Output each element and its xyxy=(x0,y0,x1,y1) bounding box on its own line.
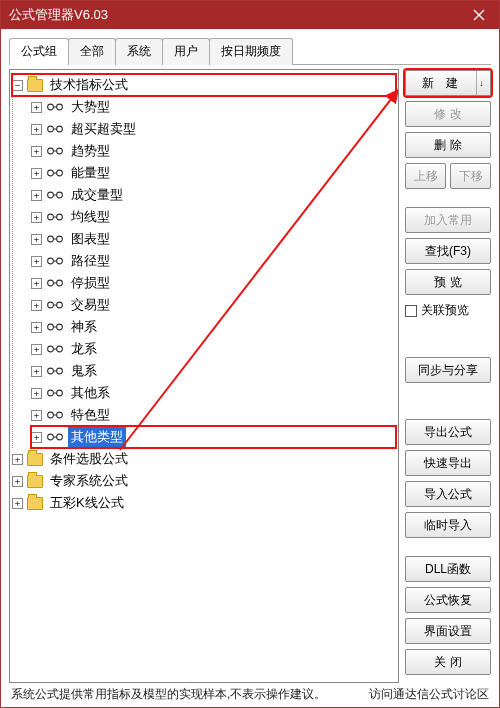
tab-user[interactable]: 用户 xyxy=(162,38,210,65)
folder-icon xyxy=(27,497,43,510)
svg-point-9 xyxy=(48,170,54,176)
tree-node-label: 停损型 xyxy=(68,273,113,293)
temp-import-button[interactable]: 临时导入 xyxy=(405,512,491,538)
tree-node[interactable]: +龙系 xyxy=(31,338,396,360)
tree-node-label: 特色型 xyxy=(68,405,113,425)
expand-icon[interactable]: + xyxy=(31,278,42,289)
expand-icon[interactable]: + xyxy=(31,256,42,267)
restore-button[interactable]: 公式恢复 xyxy=(405,587,491,613)
svg-point-22 xyxy=(57,258,63,264)
collapse-icon[interactable]: − xyxy=(12,80,23,91)
expand-icon[interactable]: + xyxy=(31,212,42,223)
tree-node[interactable]: +超买超卖型 xyxy=(31,118,396,140)
expand-icon[interactable]: + xyxy=(31,124,42,135)
add-favorite-button[interactable]: 加入常用 xyxy=(405,207,491,233)
tree-root-technical[interactable]: − 技术指标公式 xyxy=(12,74,396,96)
glasses-icon xyxy=(46,344,64,354)
ui-settings-button[interactable]: 界面设置 xyxy=(405,618,491,644)
tab-date-freq[interactable]: 按日期频度 xyxy=(209,38,293,65)
preview-button[interactable]: 预 览 xyxy=(405,269,491,295)
tree-node[interactable]: +其他系 xyxy=(31,382,396,404)
import-button[interactable]: 导入公式 xyxy=(405,481,491,507)
tree-node[interactable]: +鬼系 xyxy=(31,360,396,382)
svg-point-10 xyxy=(57,170,63,176)
glasses-icon xyxy=(46,190,64,200)
quick-export-button[interactable]: 快速导出 xyxy=(405,450,491,476)
expand-icon[interactable]: + xyxy=(31,366,42,377)
move-down-button[interactable]: 下移 xyxy=(450,163,491,189)
tree-node-label: 均线型 xyxy=(68,207,113,227)
modify-button[interactable]: 修 改 xyxy=(405,101,491,127)
svg-point-33 xyxy=(48,346,54,352)
tree-node[interactable]: +神系 xyxy=(31,316,396,338)
formula-tree[interactable]: − 技术指标公式 +大势型+超买超卖型+趋势型+能量型+成交量型+均线型+图表型… xyxy=(9,69,399,683)
export-button[interactable]: 导出公式 xyxy=(405,419,491,445)
dll-button[interactable]: DLL函数 xyxy=(405,556,491,582)
expand-icon[interactable]: + xyxy=(31,168,42,179)
main-area: − 技术指标公式 +大势型+超买超卖型+趋势型+能量型+成交量型+均线型+图表型… xyxy=(9,69,491,683)
delete-button[interactable]: 删 除 xyxy=(405,132,491,158)
expand-icon[interactable]: + xyxy=(31,102,42,113)
expand-icon[interactable]: + xyxy=(31,344,42,355)
link-preview-label: 关联预览 xyxy=(421,302,469,319)
folder-icon xyxy=(27,453,43,466)
tree-sibling[interactable]: +条件选股公式 xyxy=(12,448,396,470)
tree-sibling[interactable]: +五彩K线公式 xyxy=(12,492,396,514)
tree-node[interactable]: +交易型 xyxy=(31,294,396,316)
tree-node-label: 路径型 xyxy=(68,251,113,271)
close-button[interactable]: 关 闭 xyxy=(405,649,491,675)
new-button[interactable]: 新 建 ↓ xyxy=(405,70,491,96)
expand-icon[interactable]: + xyxy=(12,476,23,487)
glasses-icon xyxy=(46,410,64,420)
tree-node-label: 大势型 xyxy=(68,97,113,117)
expand-icon[interactable]: + xyxy=(12,498,23,509)
tree-node[interactable]: +能量型 xyxy=(31,162,396,184)
expand-icon[interactable]: + xyxy=(31,300,42,311)
tree-node[interactable]: +趋势型 xyxy=(31,140,396,162)
expand-icon[interactable]: + xyxy=(31,432,42,443)
tree-node[interactable]: +停损型 xyxy=(31,272,396,294)
tree-node[interactable]: +均线型 xyxy=(31,206,396,228)
expand-icon[interactable]: + xyxy=(31,190,42,201)
svg-point-0 xyxy=(48,104,54,110)
tree-node[interactable]: +大势型 xyxy=(31,96,396,118)
find-button[interactable]: 查找(F3) xyxy=(405,238,491,264)
expand-icon[interactable]: + xyxy=(31,388,42,399)
glasses-icon xyxy=(46,278,64,288)
expand-icon[interactable]: + xyxy=(31,410,42,421)
status-bar: 系统公式提供常用指标及模型的实现样本,不表示操作建议。 访问通达信公式讨论区 xyxy=(9,683,491,705)
glasses-icon xyxy=(46,146,64,156)
glasses-icon xyxy=(46,322,64,332)
tree-node-label: 超买超卖型 xyxy=(68,119,139,139)
link-preview-checkbox[interactable]: 关联预览 xyxy=(405,300,491,321)
close-icon[interactable] xyxy=(459,1,499,29)
svg-point-36 xyxy=(48,368,54,374)
tree-node[interactable]: +图表型 xyxy=(31,228,396,250)
tree-node[interactable]: +特色型 xyxy=(31,404,396,426)
dropdown-arrow-icon[interactable]: ↓ xyxy=(476,71,486,95)
glasses-icon xyxy=(46,234,64,244)
tree-node[interactable]: +其他类型 xyxy=(31,426,396,448)
tab-system[interactable]: 系统 xyxy=(115,38,163,65)
expand-icon[interactable]: + xyxy=(12,454,23,465)
tree-node[interactable]: +路径型 xyxy=(31,250,396,272)
svg-point-1 xyxy=(57,104,63,110)
expand-icon[interactable]: + xyxy=(31,146,42,157)
tab-all[interactable]: 全部 xyxy=(68,38,116,65)
expand-icon[interactable]: + xyxy=(31,322,42,333)
move-up-button[interactable]: 上移 xyxy=(405,163,446,189)
tree-node[interactable]: +成交量型 xyxy=(31,184,396,206)
glasses-icon xyxy=(46,102,64,112)
folder-icon xyxy=(27,475,43,488)
tree-sibling[interactable]: +专家系统公式 xyxy=(12,470,396,492)
tab-formula-group[interactable]: 公式组 xyxy=(9,38,69,65)
status-link-right[interactable]: 访问通达信公式讨论区 xyxy=(369,686,489,703)
tree-node-label: 其他系 xyxy=(68,383,113,403)
folder-icon xyxy=(27,79,43,92)
svg-point-3 xyxy=(48,126,54,132)
sync-share-button[interactable]: 同步与分享 xyxy=(405,357,491,383)
tree-node-label: 成交量型 xyxy=(68,185,126,205)
glasses-icon xyxy=(46,300,64,310)
tree-node-label: 图表型 xyxy=(68,229,113,249)
expand-icon[interactable]: + xyxy=(31,234,42,245)
